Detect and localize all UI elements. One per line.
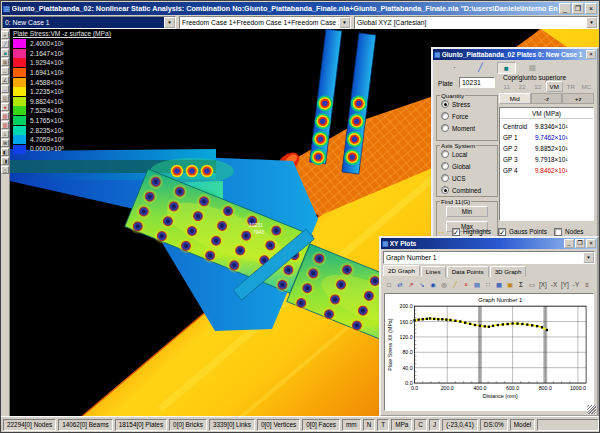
graph-options-icon[interactable]: ◉ — [428, 279, 438, 290]
peek-dialog-titlebar[interactable]: ▦ Giunto_Piattabanda_02 Plates 0: New Ca… — [433, 49, 597, 60]
svg-text:1000.0: 1000.0 — [570, 385, 586, 391]
swap-arrows-icon[interactable]: ↔ — [437, 227, 445, 236]
stress-tab-tr[interactable]: TR — [563, 82, 579, 92]
legend-entry: 5.1765×10¹ — [13, 116, 111, 126]
legend-value: 4.7059×10⁰ — [30, 136, 64, 144]
graph-tools-icon[interactable]: ≡ — [582, 279, 592, 290]
legend-entry: 0.0000×10⁰ — [13, 145, 111, 155]
y-axis-icon[interactable]: [Y] — [560, 279, 570, 290]
properties-icon[interactable]: ▤ — [1, 94, 9, 102]
close-button[interactable]: × — [585, 3, 597, 14]
radio-option[interactable]: Force — [441, 112, 497, 120]
stress-tab-12[interactable]: 12 — [530, 82, 546, 92]
zoom-icon[interactable]: △ — [1, 166, 9, 174]
load-case-combo[interactable]: 0: New Case 1 ▼ — [2, 16, 176, 29]
radio-icon — [441, 162, 449, 170]
tab-2d-graph[interactable]: 2D Graph — [383, 265, 420, 276]
result-value: 9.7918×10¹ — [535, 156, 590, 163]
plate-number-input[interactable]: 10231 — [459, 77, 495, 88]
surface-tab-mid[interactable]: Mid — [499, 93, 531, 104]
transfer-graph-icon[interactable]: ⇄ — [395, 279, 405, 290]
snapshot-icon[interactable]: ▣ — [505, 279, 515, 290]
measure-icon[interactable]: ↔ — [1, 67, 9, 75]
legend-entry: 4.7059×10⁰ — [13, 135, 111, 145]
svg-text:Graph Number 1: Graph Number 1 — [478, 297, 522, 303]
print-graph-icon[interactable]: ▭ — [527, 279, 537, 290]
minimize-button[interactable]: _ — [564, 239, 574, 248]
radio-option[interactable]: Local — [441, 150, 497, 158]
radio-option[interactable]: Moment — [441, 124, 497, 132]
save-data-icon[interactable]: ▦ — [494, 279, 504, 290]
data-grid-icon[interactable]: ∷ — [483, 279, 493, 290]
chart-panel[interactable]: Graph Number 10.0200.0400.0600.0800.0100… — [384, 293, 594, 411]
brick-result-icon[interactable]: ▦ — [523, 62, 542, 74]
entity-select-icon[interactable]: → — [1, 85, 9, 93]
beam-result-icon[interactable]: ╱ — [471, 62, 490, 74]
tab-data-points[interactable]: Data Points — [447, 266, 489, 277]
gauss-points-checkbox[interactable]: ✓Gauss Points — [498, 228, 547, 236]
brick-tool-icon[interactable]: ▦ — [1, 58, 9, 66]
title-bar[interactable]: ▦ Giunto_Piattabanda_02: Nonlinear Stati… — [2, 2, 598, 15]
radio-option[interactable]: Stress — [441, 100, 497, 108]
delete-line-icon[interactable]: × — [461, 279, 471, 290]
grid-icon[interactable]: ⊞ — [1, 139, 9, 147]
chevron-down-icon[interactable]: ▼ — [339, 17, 350, 28]
xy-window-titlebar[interactable]: ▦ XY Plots _ ❐ × — [381, 238, 597, 249]
chevron-down-icon[interactable]: ▼ — [583, 252, 594, 263]
result-row: Centroid9.8346×10¹ — [500, 119, 593, 130]
angle-icon[interactable]: ∠ — [1, 76, 9, 84]
stress-tab-11[interactable]: 11 — [499, 82, 515, 92]
minimize-button[interactable]: _ — [559, 3, 571, 14]
preview-icon[interactable]: ◎ — [439, 279, 449, 290]
chevron-down-icon[interactable]: ▼ — [164, 17, 175, 28]
maximize-button[interactable]: ❐ — [575, 239, 585, 248]
beam-tool-icon[interactable]: ╱ — [1, 40, 9, 48]
resize-grip[interactable] — [587, 405, 596, 414]
select-icon[interactable]: + — [1, 31, 9, 39]
svg-text:40.0: 40.0 — [402, 365, 412, 371]
plate-attribute-icon[interactable]: ▥ — [1, 121, 9, 129]
surface-tab-plusz[interactable]: +z — [562, 93, 594, 104]
radio-option[interactable]: Combined — [441, 186, 497, 194]
sum-icon[interactable]: Σ — [516, 279, 526, 290]
view-left-icon[interactable]: ◧ — [1, 148, 9, 156]
node-result-icon[interactable]: · — [445, 62, 464, 74]
surface-tab-minusz[interactable]: -z — [531, 93, 563, 104]
status-cell: N — [363, 419, 376, 431]
radio-option[interactable]: UCS — [441, 174, 497, 182]
min-button[interactable]: Min — [446, 206, 488, 217]
axes-icon[interactable]: ⊥ — [1, 130, 9, 138]
node-attribute-icon[interactable]: ● — [1, 103, 9, 111]
view-right-icon[interactable]: ◨ — [1, 157, 9, 165]
plate-annotation: 10231 — [249, 222, 263, 228]
tab-lines[interactable]: Lines — [421, 266, 446, 277]
axis-combo[interactable]: Global XYZ [Cartesian] ▼ — [354, 16, 598, 29]
neg-y-axis-icon[interactable]: -Y — [571, 279, 581, 290]
close-icon[interactable]: × — [586, 50, 596, 59]
status-cell: 18154[0] Plates — [115, 419, 167, 431]
plate-result-icon[interactable]: ■ — [497, 62, 516, 74]
checkbox-icon — [554, 228, 562, 236]
graph-selector-combo[interactable]: Graph Number 1 ▼ — [383, 251, 595, 264]
beam-attribute-icon[interactable]: ▥ — [1, 112, 9, 120]
export-graph-icon[interactable]: ↗ — [406, 279, 416, 290]
freedom-case-combo[interactable]: Freedom Case 1+Freedom Case 1+Freedom Ca… — [179, 16, 351, 29]
new-graph-icon[interactable]: □ — [384, 279, 394, 290]
copy-values-icon[interactable]: ▤ — [472, 279, 482, 290]
plate-tool-icon[interactable]: ■ — [1, 49, 9, 57]
maximize-button[interactable]: ❐ — [572, 3, 584, 14]
neg-x-axis-icon[interactable]: -X — [549, 279, 559, 290]
nodes-checkbox[interactable]: Nodes — [554, 228, 583, 236]
stress-tab-22[interactable]: 22 — [515, 82, 531, 92]
close-icon[interactable]: × — [586, 239, 596, 248]
results-header: VM (MPa) — [500, 108, 593, 119]
chevron-down-icon[interactable]: ▼ — [586, 17, 597, 28]
highlights-checkbox[interactable]: ✓Highlights — [452, 228, 491, 236]
stress-tab-mc[interactable]: MC — [579, 82, 595, 92]
tab-3d-graph[interactable]: 3D Graph — [490, 266, 527, 277]
stress-tab-vm[interactable]: VM — [546, 81, 564, 92]
import-graph-icon[interactable]: ↘ — [417, 279, 427, 290]
x-axis-icon[interactable]: [X] — [538, 279, 548, 290]
edit-line-icon[interactable]: ╱ — [450, 279, 460, 290]
radio-option[interactable]: Global — [441, 162, 497, 170]
